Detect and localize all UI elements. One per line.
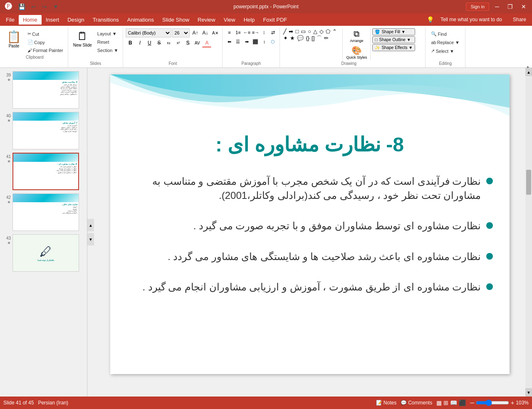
normal-view-button[interactable]: ▦ <box>436 399 442 406</box>
slide-thumbnail-42[interactable]: 42 ★ تعابیت های ناظر : • اعتماد • احترام… <box>2 193 84 232</box>
shape-diamond[interactable]: ◇ <box>319 28 324 35</box>
menu-file[interactable]: File <box>2 15 19 25</box>
shape-outline-button[interactable]: □ Shape Outline ▼ <box>372 36 415 43</box>
shape-fill-button[interactable]: 🪣 Shape Fill ▼ <box>372 28 415 35</box>
shape-rect[interactable]: □ <box>294 28 299 35</box>
reset-button[interactable]: Reset <box>95 38 121 46</box>
tell-me[interactable]: Tell me what you want to do <box>436 15 506 24</box>
slide-thumbnail-40[interactable]: 40 ★ 7- آموزش مشاور: • آموزش فردی • ارتب… <box>2 111 84 150</box>
new-slide-button[interactable]: 🗒 New Slide <box>71 28 94 49</box>
layout-button[interactable]: Layout ▼ <box>95 30 121 37</box>
menu-insert[interactable]: Insert <box>42 15 64 25</box>
shape-curve[interactable]: ⌒ <box>316 35 323 41</box>
sign-in-button[interactable]: Sign in <box>466 2 489 11</box>
font-color-button[interactable]: A <box>202 38 211 47</box>
menu-slideshow[interactable]: Slide Show <box>158 15 193 25</box>
customize-icon[interactable]: ▼ <box>51 2 60 11</box>
redo-icon[interactable]: ↪ <box>40 2 49 11</box>
save-icon[interactable]: 💾 <box>17 2 27 11</box>
thumb-img-40[interactable]: 7- آموزش مشاور: • آموزش فردی • ارتباطی: … <box>12 112 79 149</box>
char-spacing-button[interactable]: AV <box>193 38 202 47</box>
shape-star[interactable]: ★ <box>289 35 296 41</box>
copy-button[interactable]: 📄 Copy <box>25 38 65 46</box>
menu-help[interactable]: Help <box>240 15 259 25</box>
increase-indent-button[interactable]: ≡→ <box>251 28 260 37</box>
find-button[interactable]: 🔍 Find <box>429 30 462 38</box>
menu-animations[interactable]: Animations <box>123 15 158 25</box>
replace-button[interactable]: ab Replace ▼ <box>429 39 462 46</box>
thumb-img-41[interactable]: 8- نظارت مشاوره ای : • نظارت فرآیندی است… <box>12 153 79 190</box>
shape-arrow[interactable]: ➡ <box>288 28 294 35</box>
presenter-view-button[interactable]: ⬛ <box>459 399 466 406</box>
center-button[interactable]: ☰ <box>234 37 242 46</box>
thumb-img-39[interactable]: 6- صلاحیت مشاور • ویژگی های اثربخش • مشا… <box>12 71 79 109</box>
font-grow-button[interactable]: A↑ <box>191 28 200 37</box>
text-direction-button[interactable]: ⇄ <box>269 28 277 37</box>
font-family-select[interactable]: Calibri (Body) <box>126 28 171 37</box>
clear-format-button[interactable]: A✕ <box>210 28 220 37</box>
restore-button[interactable]: ❐ <box>505 3 515 10</box>
slide-panel[interactable]: 39 ★ 6- صلاحیت مشاور • ویژگی های اثربخش … <box>0 68 87 397</box>
shape-circle[interactable]: ○ <box>307 28 312 35</box>
zoom-in-button[interactable]: + <box>511 399 514 406</box>
shape-freeform[interactable]: ✏ <box>323 35 329 41</box>
undo-icon[interactable]: ↩ <box>30 2 38 11</box>
smart-art-button[interactable]: ⬡ <box>269 37 277 46</box>
thumb-img-43[interactable]: 🖊 باتشکر از توجه شما <box>12 234 79 272</box>
zoom-slider[interactable] <box>476 399 509 406</box>
italic-button[interactable]: I <box>135 38 144 47</box>
subscript-button[interactable]: x₂ <box>164 38 173 47</box>
line-spacing-button[interactable]: ↕ <box>260 37 268 46</box>
scroll-thumb[interactable] <box>526 170 531 195</box>
menu-view[interactable]: View <box>220 15 240 25</box>
section-button[interactable]: Section ▼ <box>95 47 121 54</box>
align-left-button[interactable]: ⬅ <box>225 37 233 46</box>
menu-transitions[interactable]: Transitions <box>89 15 123 25</box>
bullets-button[interactable]: ≡ <box>225 28 233 37</box>
thumb-img-42[interactable]: تعابیت های ناظر : • اعتماد • احترام • اع… <box>12 193 79 231</box>
shape-chevron[interactable]: ⌃ <box>332 28 338 35</box>
scroll-down-button[interactable]: ▼ <box>525 388 532 397</box>
strikethrough-button[interactable]: S <box>154 38 163 47</box>
columns-button[interactable]: ⫶ <box>260 28 268 37</box>
cut-button[interactable]: ✂ Cut <box>25 30 65 38</box>
menu-design[interactable]: Design <box>63 15 88 25</box>
scroll-up-button[interactable]: ▲ <box>525 68 532 76</box>
shape-pentagon[interactable]: ⬠ <box>325 28 331 35</box>
superscript-button[interactable]: x² <box>173 38 183 47</box>
align-right-button[interactable]: ➡ <box>242 37 251 46</box>
slide-editor[interactable]: ▲ ▼ <box>87 68 532 397</box>
menu-review[interactable]: Review <box>193 15 220 25</box>
shape-line[interactable]: ╱ <box>282 28 287 35</box>
font-size-select[interactable]: 26 <box>172 28 190 37</box>
zoom-out-button[interactable]: ─ <box>470 399 474 406</box>
arrange-button[interactable]: ⧉ Arrange <box>344 28 369 44</box>
menu-foxit[interactable]: Foxit PDF <box>259 15 291 25</box>
notes-button[interactable]: 📝 Notes <box>376 400 396 406</box>
shape-callout[interactable]: 💬 <box>296 35 304 41</box>
slide-thumbnail-39[interactable]: 39 ★ 6- صلاحیت مشاور • ویژگی های اثربخش … <box>2 70 84 109</box>
font-shrink-button[interactable]: A↓ <box>200 28 210 37</box>
shape-brace[interactable]: {} <box>305 35 310 41</box>
shape-rounded[interactable]: ▭ <box>300 28 307 35</box>
close-button[interactable]: ✕ <box>519 3 529 10</box>
shape-bracket[interactable]: [] <box>311 35 315 41</box>
shape-star4[interactable]: ✦ <box>282 35 289 41</box>
select-button[interactable]: ↗ Select ▼ <box>429 47 462 55</box>
quick-styles-button[interactable]: 🎨 Quick Styles <box>344 45 369 60</box>
numbering-button[interactable]: 1≡ <box>234 28 242 37</box>
justify-button[interactable]: ⬛ <box>251 37 260 46</box>
share-button[interactable]: Share <box>509 15 530 24</box>
slide-thumbnail-41[interactable]: 41 ★ 8- نظارت مشاوره ای : • نظارت فرآیند… <box>2 152 84 191</box>
underline-button[interactable]: U <box>145 38 154 47</box>
scroll-down-arrow[interactable]: ▼ <box>87 233 94 245</box>
shape-effects-button[interactable]: ✨ Shape Effects ▼ <box>372 44 415 51</box>
shape-triangle[interactable]: △ <box>312 28 318 35</box>
slide-thumbnail-43[interactable]: 43 ★ 🖊 باتشکر از توجه شما <box>2 233 84 273</box>
minimize-button[interactable]: ─ <box>492 3 502 10</box>
scroll-up-arrow[interactable]: ▲ <box>87 219 94 231</box>
decrease-indent-button[interactable]: ←≡ <box>242 28 251 37</box>
shadow-button[interactable]: S <box>183 38 192 47</box>
menu-home[interactable]: Home <box>19 15 42 25</box>
slide-sorter-button[interactable]: ⊞ <box>443 399 448 406</box>
